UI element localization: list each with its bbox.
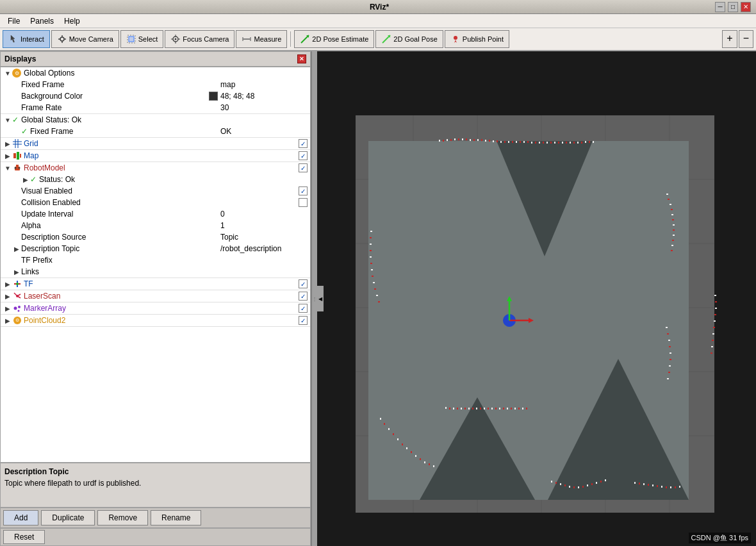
svg-rect-177 xyxy=(402,443,403,445)
separator-9 xyxy=(1,326,310,327)
duplicate-button[interactable]: Duplicate xyxy=(41,510,95,525)
interact-icon xyxy=(8,34,19,44)
reset-bar: Reset xyxy=(0,528,311,546)
links-expander[interactable]: ▶ xyxy=(12,267,21,276)
svg-rect-96 xyxy=(666,194,668,195)
svg-rect-133 xyxy=(495,408,497,410)
laser-scan-row[interactable]: ▶ LaserScan xyxy=(1,290,310,302)
remove-button[interactable]: Remove xyxy=(97,510,148,525)
close-button[interactable]: ✕ xyxy=(741,2,751,12)
toolbar-add-button[interactable]: + xyxy=(722,30,737,48)
resize-handle[interactable]: ⋮ xyxy=(312,51,317,546)
point-cloud2-row[interactable]: ▶ ⚙ PointCloud2 xyxy=(1,315,310,326)
map-row[interactable]: ▶ Map xyxy=(1,150,310,161)
menu-panels[interactable]: Panels xyxy=(25,15,59,27)
pose-estimate-label: 2D Pose Estimate xyxy=(312,35,368,43)
point-cloud2-checkbox[interactable] xyxy=(299,316,308,325)
map-checkbox[interactable] xyxy=(299,151,308,160)
svg-rect-112 xyxy=(370,256,372,258)
svg-point-20 xyxy=(454,36,457,40)
move-camera-label: Move Camera xyxy=(69,35,113,43)
global-options-row[interactable]: ▼ ⚙ Global Options xyxy=(1,67,310,79)
rename-button[interactable]: Rename xyxy=(151,510,201,525)
tree-area[interactable]: ▼ ⚙ Global Options Fixed Frame map Backg… xyxy=(0,67,311,463)
toolbar-remove-button[interactable]: − xyxy=(739,30,753,48)
marker-array-expander[interactable]: ▶ xyxy=(3,304,12,313)
viewport[interactable]: ◀ xyxy=(317,51,756,546)
svg-rect-194 xyxy=(591,483,593,485)
tf-expander[interactable]: ▶ xyxy=(3,279,12,288)
desc-topic-row[interactable]: ▶ Description Topic /robot_description xyxy=(1,243,310,254)
maximize-button[interactable]: □ xyxy=(728,2,738,12)
interact-button[interactable]: Interact xyxy=(3,30,50,48)
robot-model-row[interactable]: ▼ RobotModel xyxy=(1,162,310,174)
global-status-expander[interactable]: ▼ xyxy=(3,115,12,124)
background-color-row[interactable]: Background Color 48; 48; 48 xyxy=(1,90,310,102)
grid-expander[interactable]: ▶ xyxy=(3,139,12,148)
point-cloud2-expander[interactable]: ▶ xyxy=(3,316,12,325)
minimize-button[interactable]: ─ xyxy=(715,2,725,12)
displays-close-button[interactable]: ✕ xyxy=(297,54,306,63)
add-button[interactable]: Add xyxy=(3,510,38,525)
alpha-row[interactable]: Alpha 1 xyxy=(1,220,310,231)
svg-rect-128 xyxy=(476,408,477,410)
title-controls[interactable]: ─ □ ✕ xyxy=(715,2,751,12)
global-options-expander[interactable]: ▼ xyxy=(3,69,12,78)
frame-rate-row[interactable]: Frame Rate 30 xyxy=(1,102,310,113)
desc-source-row[interactable]: Description Source Topic xyxy=(1,231,310,243)
publish-point-button[interactable]: Publish Point xyxy=(445,30,509,48)
select-label: Select xyxy=(138,35,158,43)
svg-rect-93 xyxy=(585,141,586,143)
desc-topic-expander[interactable]: ▶ xyxy=(12,244,21,253)
svg-rect-141 xyxy=(526,408,527,410)
robot-status-row[interactable]: ▶ ✓ Status: Ok xyxy=(1,174,310,185)
pose-estimate-button[interactable]: 2D Pose Estimate xyxy=(294,30,374,48)
laser-scan-checkbox[interactable] xyxy=(299,292,308,301)
visual-enabled-row[interactable]: Visual Enabled xyxy=(1,185,310,197)
menu-help[interactable]: Help xyxy=(59,15,85,27)
links-row[interactable]: ▶ Links xyxy=(1,266,310,277)
svg-rect-67 xyxy=(485,140,486,142)
reset-button[interactable]: Reset xyxy=(3,530,45,544)
svg-rect-87 xyxy=(562,142,563,144)
svg-rect-89 xyxy=(570,142,571,144)
collision-enabled-checkbox[interactable] xyxy=(299,198,308,207)
goal-pose-button[interactable]: 2D Goal Pose xyxy=(375,30,443,48)
marker-array-row[interactable]: ▶ MarkerArray xyxy=(1,302,310,314)
grid-row[interactable]: ▶ Grid xyxy=(1,138,310,149)
marker-array-checkbox[interactable] xyxy=(299,304,308,313)
robot-status-expander[interactable]: ▶ xyxy=(21,175,30,184)
tf-prefix-row[interactable]: TF Prefix xyxy=(1,254,310,266)
update-interval-row[interactable]: Update Interval 0 xyxy=(1,208,310,220)
measure-button[interactable]: Measure xyxy=(236,30,287,48)
svg-rect-170 xyxy=(675,486,676,488)
collision-enabled-row[interactable]: Collision Enabled xyxy=(1,197,310,208)
svg-rect-129 xyxy=(480,408,481,410)
robot-model-checkbox[interactable] xyxy=(299,163,308,172)
svg-rect-82 xyxy=(543,142,544,144)
global-status-row[interactable]: ▼ ✓ Global Status: Ok xyxy=(1,114,310,126)
laser-scan-expander[interactable]: ▶ xyxy=(3,292,12,301)
move-camera-button[interactable]: Move Camera xyxy=(51,30,119,48)
svg-point-0 xyxy=(60,37,64,41)
map-expander[interactable]: ▶ xyxy=(3,151,12,160)
fixed-frame-row[interactable]: Fixed Frame map xyxy=(1,79,310,90)
viewport-collapse-button[interactable]: ◀ xyxy=(317,286,324,311)
alpha-label: Alpha xyxy=(21,221,220,230)
tf-row[interactable]: ▶ TF xyxy=(1,278,310,290)
menu-file[interactable]: File xyxy=(3,15,25,27)
robot-model-expander[interactable]: ▼ xyxy=(3,163,12,172)
svg-rect-174 xyxy=(388,428,390,430)
focus-camera-icon xyxy=(170,34,181,44)
svg-rect-156 xyxy=(670,352,671,354)
measure-label: Measure xyxy=(254,35,281,43)
svg-rect-147 xyxy=(713,327,715,328)
tf-checkbox[interactable] xyxy=(299,279,308,288)
visual-enabled-checkbox[interactable] xyxy=(299,186,308,195)
global-status-fixed-frame-row[interactable]: ✓ Fixed Frame OK xyxy=(1,126,310,137)
grid-checkbox[interactable] xyxy=(299,139,308,148)
svg-rect-162 xyxy=(639,483,640,484)
svg-rect-62 xyxy=(466,138,467,140)
focus-camera-button[interactable]: Focus Camera xyxy=(165,30,234,48)
select-button[interactable]: Select xyxy=(120,30,164,48)
